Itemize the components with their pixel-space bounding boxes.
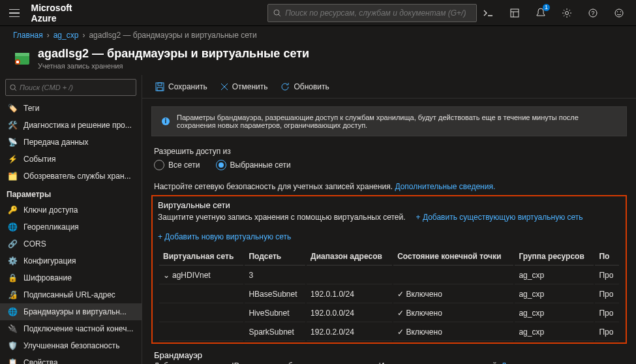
- radio-all-networks[interactable]: Все сети: [154, 160, 200, 170]
- sidebar-item-icon: 🔏: [7, 290, 18, 299]
- sidebar-item[interactable]: 🔒Шифрование: [0, 269, 142, 286]
- sidebar-item-icon: 🛠️: [7, 121, 18, 130]
- svg-line-14: [14, 89, 16, 91]
- breadcrumb-home[interactable]: Главная: [13, 31, 43, 40]
- virtual-networks-section: Виртуальные сети Защитите учетную запись…: [151, 195, 627, 344]
- sidebar-section-header: Параметры: [0, 185, 142, 202]
- sidebar-item[interactable]: ⚡События: [0, 151, 142, 168]
- learn-more-link[interactable]: Дополнительные сведения.: [395, 182, 495, 191]
- firewall-section: Брандмауэр Добавьте диапазоны IP-адресов…: [154, 350, 624, 364]
- hamburger-icon[interactable]: [5, 0, 23, 26]
- save-button[interactable]: Сохранить: [150, 80, 213, 94]
- svg-text:?: ?: [591, 10, 594, 16]
- global-search-input[interactable]: [285, 8, 471, 18]
- sidebar-item-label: События: [23, 155, 56, 164]
- directory-icon[interactable]: [503, 0, 526, 26]
- sidebar-item[interactable]: 🔗CORS: [0, 235, 142, 252]
- sidebar-item[interactable]: 🔑Ключи доступа: [0, 202, 142, 219]
- check-icon: ✓: [397, 327, 404, 337]
- sidebar-item[interactable]: 🌐Георепликация: [0, 219, 142, 235]
- vnet-subtitle: Защитите учетную запись хранения с помощ…: [158, 213, 406, 222]
- sidebar-item-label: Подключение частной конеч...: [23, 324, 133, 333]
- table-row[interactable]: SparkSubnet192.0.2.0/24✓ Включеноag_cxpП…: [159, 324, 619, 341]
- sidebar-item-icon: 🌐: [7, 307, 18, 316]
- sidebar-item-label: Ключи доступа: [23, 205, 78, 215]
- search-icon: [273, 9, 281, 17]
- config-description: Настройте сетевую безопасность для учетн…: [154, 182, 624, 191]
- col-sub[interactable]: По: [595, 248, 619, 265]
- sidebar-item[interactable]: 🔌Подключение частной конеч...: [0, 320, 142, 337]
- page-subtitle: Учетная запись хранения: [38, 62, 309, 70]
- col-range[interactable]: Диапазон адресов: [307, 248, 392, 265]
- sidebar-item-label: Шифрование: [23, 273, 72, 282]
- svg-point-0: [274, 10, 279, 15]
- sidebar-item[interactable]: ⚙️Конфигурация: [0, 252, 142, 269]
- info-icon: i: [161, 117, 170, 126]
- sidebar-item-label: CORS: [23, 239, 46, 249]
- sidebar-item-label: Теги: [23, 104, 39, 113]
- svg-point-7: [617, 11, 618, 12]
- table-row[interactable]: HBaseSubnet192.0.1.0/24✓ Включеноag_cxpП…: [159, 286, 619, 303]
- help-icon[interactable]: ?: [581, 0, 605, 26]
- sidebar-search-input[interactable]: [20, 83, 132, 91]
- global-search[interactable]: [267, 4, 477, 22]
- sidebar-item[interactable]: 🌐Брандмауэры и виртуальн...: [0, 303, 142, 320]
- cloud-shell-icon[interactable]: [477, 0, 500, 26]
- radio-selected-networks[interactable]: Выбранные сети: [216, 160, 291, 170]
- firewall-description: Добавьте диапазоны IP-адресов, чтобы раз…: [154, 361, 624, 364]
- sidebar-item-icon: 🔗: [7, 239, 18, 249]
- search-icon: [10, 84, 17, 91]
- sidebar-item[interactable]: 📡Передача данных: [0, 134, 142, 151]
- firewall-title: Брандмауэр: [154, 350, 624, 360]
- sidebar-item[interactable]: 🛡️Улучшенная безопасность: [0, 337, 142, 354]
- chevron-down-icon[interactable]: ⌄: [163, 271, 170, 280]
- sidebar-item-label: Свойства: [23, 358, 58, 364]
- breadcrumb: Главная › ag_cxp › agadlsg2 — брандмауэр…: [0, 26, 636, 44]
- refresh-button[interactable]: Обновить: [275, 80, 334, 94]
- svg-rect-16: [158, 83, 162, 85]
- notif-badge: 1: [543, 4, 550, 11]
- sidebar-item-icon: 🔌: [7, 324, 18, 333]
- page-title: agadlsg2 — брандмауэры и виртуальные сет…: [38, 47, 309, 61]
- brand-label[interactable]: Microsoft Azure: [23, 3, 98, 23]
- settings-icon[interactable]: [555, 0, 579, 26]
- sidebar-item-icon: 🔑: [7, 205, 18, 215]
- sidebar-item-icon: 🛡️: [7, 341, 18, 350]
- vnet-table: Виртуальная сеть Подсеть Диапазон адресо…: [158, 247, 620, 342]
- sidebar-item-icon: 🌐: [7, 222, 18, 232]
- col-state[interactable]: Состояние конечной точки: [393, 248, 513, 265]
- col-subnet[interactable]: Подсеть: [245, 248, 305, 265]
- sidebar-item-icon: ⚡: [7, 155, 18, 164]
- sidebar-item-icon: 📋: [7, 358, 18, 364]
- discard-button[interactable]: Отменить: [215, 80, 273, 94]
- notifications-icon[interactable]: 1: [529, 0, 553, 26]
- sidebar-item-label: Подписанный URL-адрес: [23, 290, 115, 299]
- svg-rect-10: [15, 53, 29, 56]
- add-existing-vnet-link[interactable]: + Добавить существующую виртуальную сеть: [416, 213, 583, 222]
- sidebar-item[interactable]: 🏷️Теги: [0, 100, 142, 117]
- sidebar-item-label: Диагностика и решение про...: [23, 121, 132, 130]
- sidebar-item[interactable]: 🛠️Диагностика и решение про...: [0, 117, 142, 134]
- add-new-vnet-link[interactable]: + Добавить новую виртуальную сеть: [158, 232, 291, 241]
- table-row[interactable]: HiveSubnet192.0.0.0/24✓ Включеноag_cxpПр…: [159, 305, 619, 322]
- feedback-icon[interactable]: [607, 0, 631, 26]
- sidebar-item[interactable]: 🔏Подписанный URL-адрес: [0, 286, 142, 303]
- sidebar-item-label: Передача данных: [23, 138, 89, 147]
- svg-point-13: [10, 84, 15, 89]
- sidebar-item[interactable]: 🗂️Обозреватель службы хран...: [0, 168, 142, 185]
- sidebar-item-label: Конфигурация: [23, 256, 76, 265]
- table-row[interactable]: ⌄agHDIVnet3ag_cxpПро: [159, 267, 619, 284]
- svg-line-1: [279, 14, 280, 16]
- breadcrumb-parent[interactable]: ag_cxp: [53, 31, 79, 40]
- sidebar-item-icon: 🏷️: [7, 104, 18, 113]
- sidebar-item-label: Обозреватель службы хран...: [23, 172, 131, 181]
- check-icon: ✓: [397, 309, 404, 318]
- firewall-learn-more-link[interactable]: Дополнительные сведения.: [501, 361, 601, 364]
- sidebar-item-icon: 🔒: [7, 273, 18, 282]
- col-rg[interactable]: Группа ресурсов: [515, 248, 594, 265]
- sidebar-item[interactable]: 📋Свойства: [0, 354, 142, 364]
- sidebar: 🏷️Теги🛠️Диагностика и решение про...📡Пер…: [0, 75, 142, 364]
- sidebar-search[interactable]: [5, 79, 136, 96]
- col-vnet[interactable]: Виртуальная сеть: [159, 248, 243, 265]
- svg-rect-12: [16, 61, 19, 63]
